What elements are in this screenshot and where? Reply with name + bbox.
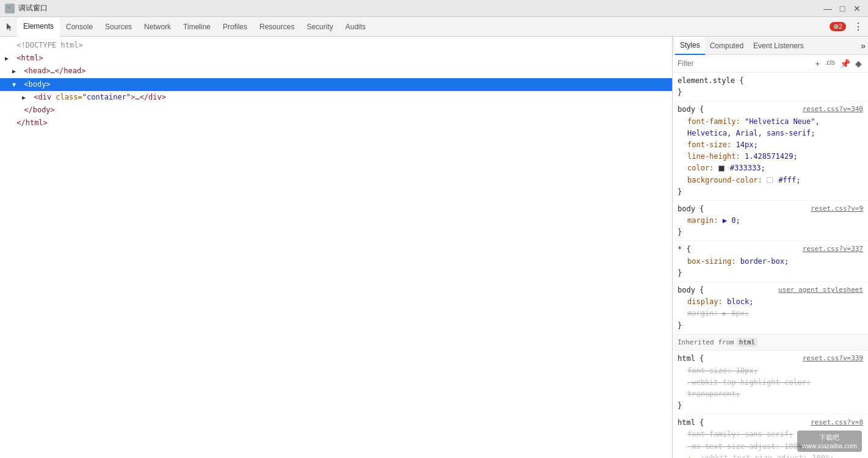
close-brace-body-340: } — [678, 186, 863, 198]
dom-line-html-close: </html> — [0, 117, 672, 129]
tab-elements[interactable]: Elements — [17, 17, 60, 37]
triangle-head[interactable] — [12, 67, 20, 76]
style-source-body-9[interactable]: reset.css?v=9 — [811, 203, 863, 214]
style-rule-body-ua: body { user agent stylesheet display: bl… — [673, 282, 868, 335]
style-tab-event-listeners[interactable]: Event Listeners — [748, 37, 809, 55]
prop-font-family: font-family: "Helvetica Neue", Helvetica… — [678, 116, 863, 139]
prop-line-height: line-height: 1.428571429; — [678, 151, 863, 162]
style-rule-element-style: element.style { } — [673, 73, 868, 101]
cursor-icon — [2, 22, 17, 32]
style-rule-body-9: body { reset.css?v=9 margin: ▶ 0; } — [673, 201, 868, 242]
tab-security[interactable]: Security — [300, 17, 339, 37]
tab-sources[interactable]: Sources — [99, 17, 138, 37]
prop-margin-ua: margin: ▶ 8px; — [678, 308, 863, 319]
filter-input[interactable] — [678, 59, 811, 68]
tab-profiles[interactable]: Profiles — [217, 17, 253, 37]
close-brace-body-9: } — [678, 227, 863, 238]
right-panel: Styles Computed Event Listeners » + .cls… — [673, 37, 868, 458]
dom-line-div-container[interactable]: <div class="container">…</div> — [0, 91, 672, 104]
style-source-html-339[interactable]: reset.css?v=339 — [803, 353, 863, 364]
style-source-html-8[interactable]: reset.css?v=8 — [811, 417, 863, 428]
prop-background-color: background-color: #fff; — [678, 175, 863, 186]
inherited-from-html: Inherited fromhtml — [673, 335, 868, 351]
close-button[interactable]: ✕ — [851, 2, 863, 15]
tab-console[interactable]: Console — [60, 17, 99, 37]
main-tab-bar: Elements Console Sources Network Timelin… — [0, 17, 868, 37]
style-source-body-340[interactable]: reset.css?v=340 — [803, 104, 863, 115]
triangle-div[interactable] — [22, 93, 29, 103]
tab-bar-right: ⊗2 ⋮ — [830, 21, 866, 32]
dom-line-doctype: <!DOCTYPE html> — [0, 39, 672, 52]
more-options-icon[interactable]: ⋮ — [851, 21, 866, 32]
style-source-body-ua: user agent stylesheet — [778, 285, 863, 296]
style-tab-bar: Styles Computed Event Listeners » — [673, 37, 868, 55]
triangle-html[interactable] — [5, 54, 12, 64]
rule-header-body-ua: body { user agent stylesheet — [678, 285, 863, 296]
color-swatch-fff — [767, 177, 773, 183]
dom-line-head[interactable]: <head>…</head> — [0, 65, 672, 78]
prop-margin: margin: ▶ 0; — [678, 215, 863, 227]
dom-line-html[interactable]: <html> — [0, 52, 672, 65]
close-brace-star-337: } — [678, 267, 863, 279]
styles-content[interactable]: element.style { } body { reset.css?v=340… — [673, 73, 868, 458]
tab-audits[interactable]: Audits — [339, 17, 372, 37]
prop-font-size: font-size: 14px; — [678, 139, 863, 151]
tab-network[interactable]: Network — [138, 17, 177, 37]
prop-box-sizing: box-sizing: border-box; — [678, 256, 863, 267]
close-brace-body-ua: } — [678, 320, 863, 332]
cls-icon[interactable]: .cls — [824, 57, 837, 70]
rule-header-body-9: body { reset.css?v=9 — [678, 203, 863, 215]
style-tab-styles[interactable]: Styles — [675, 37, 705, 55]
devtools-icon: 🔧 — [5, 4, 15, 13]
dom-line-body-close: </body> — [0, 104, 672, 117]
arrow-icon[interactable]: ◆ — [854, 57, 863, 70]
rule-header-html-339: html { reset.css?v=339 — [678, 353, 863, 365]
prop-webkit-tap: -webkit-tap-highlight-color: transparent… — [678, 377, 863, 400]
style-source-star-337[interactable]: reset.css?v=337 — [803, 244, 863, 255]
title-bar-left: 🔧 调试窗口 — [5, 3, 48, 13]
dom-line-body[interactable]: <body> — [0, 78, 672, 91]
color-swatch-333 — [718, 165, 725, 172]
dom-panel[interactable]: <!DOCTYPE html> <html> <head>…</head> <b… — [0, 37, 673, 458]
prop-font-size-html: font-size: 10px; — [678, 365, 863, 377]
style-selector-element: element.style { — [678, 75, 863, 87]
window-title: 调试窗口 — [18, 3, 48, 13]
tab-timeline[interactable]: Timeline — [177, 17, 217, 37]
prop-color: color: #333333; — [678, 162, 863, 174]
window-controls: — □ ✕ — [822, 2, 863, 15]
style-rule-html-339: html { reset.css?v=339 font-size: 10px; … — [673, 351, 868, 415]
error-badge: ⊗2 — [830, 22, 846, 31]
pin-icon[interactable]: 📌 — [839, 57, 852, 70]
title-bar: 🔧 调试窗口 — □ ✕ — [0, 0, 868, 17]
style-rule-star-337: * { reset.css?v=337 box-sizing: border-b… — [673, 241, 868, 282]
close-brace-html-339: } — [678, 400, 863, 412]
rule-header-html-8: html { reset.css?v=8 — [678, 417, 863, 429]
inherited-tag-html: html — [737, 338, 758, 347]
add-style-icon[interactable]: + — [814, 57, 821, 70]
minimize-button[interactable]: — — [822, 2, 834, 15]
watermark: 下载吧 www.xiazaiba.com — [797, 431, 862, 452]
triangle-body[interactable] — [12, 80, 20, 90]
main-container: <!DOCTYPE html> <html> <head>…</head> <b… — [0, 37, 868, 458]
rule-header-body-340: body { reset.css?v=340 — [678, 104, 863, 115]
maximize-button[interactable]: □ — [836, 2, 848, 15]
rule-header-star-337: * { reset.css?v=337 — [678, 244, 863, 255]
warning-icon: ⚠ — [687, 454, 692, 458]
style-tabs-more[interactable]: » — [861, 41, 866, 51]
tab-resources[interactable]: Resources — [253, 17, 300, 37]
style-rule-body-340: body { reset.css?v=340 font-family: "Hel… — [673, 101, 868, 201]
style-close-brace: } — [678, 87, 863, 98]
filter-bar: + .cls 📌 ◆ — [673, 55, 868, 73]
filter-icons: + .cls 📌 ◆ — [814, 57, 863, 70]
prop-display: display: block; — [678, 296, 863, 308]
prop-webkit-text-size: ⚠ -webkit-text-size-adjust: 100%; — [678, 453, 863, 458]
style-tab-computed[interactable]: Computed — [705, 37, 748, 55]
